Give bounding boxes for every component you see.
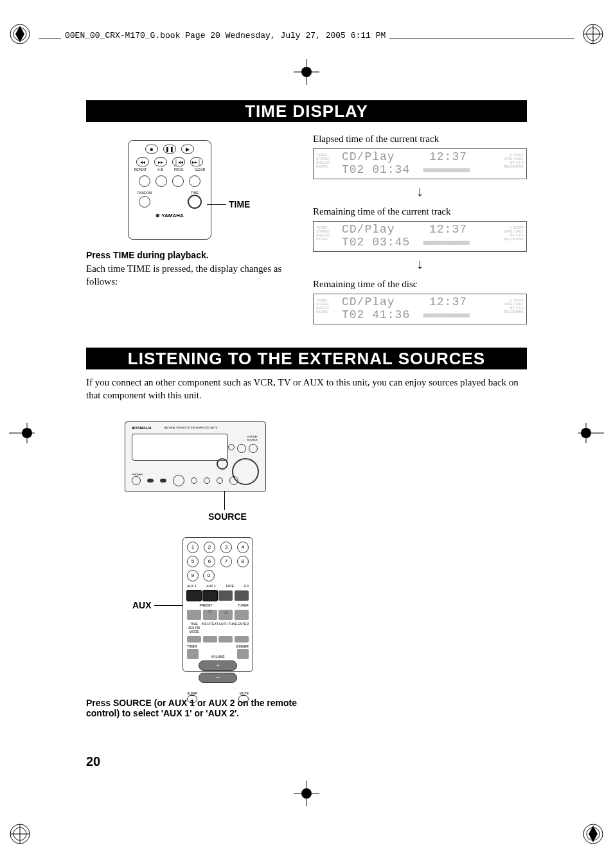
disp-label-elapsed: Elapsed time of the current track <box>313 134 527 145</box>
src-lbl-aux2: AUX 2 <box>206 584 215 588</box>
callout-line-time <box>207 204 226 205</box>
remote-label-time: TIME <box>188 191 202 195</box>
page-number: 20 <box>86 754 100 769</box>
tape-button-icon <box>218 590 233 601</box>
disp3-line2: T02 41:36 <box>342 308 410 321</box>
remote-label-ab: A-B <box>157 168 163 172</box>
instruction-body: Each time TIME is pressed, the display c… <box>86 263 300 288</box>
arrow-down-icon: ↓ <box>313 256 527 272</box>
instruction-press-time: Press TIME during playback. <box>86 250 300 260</box>
receiver-model: NATURAL SOUND CD RECEIVER CRX-M170 <box>164 426 217 429</box>
callout-line-aux <box>154 605 182 606</box>
remote-illustration-lower: 1234 5678 90 AUX 1AUX 2TAPECD PRESETTUNE… <box>182 537 253 672</box>
remote-label-clear: CLEAR <box>195 168 206 172</box>
remote-illustration-top: ■❚❚▶ ◂◂▸▸│◂◂▸▸│ REPEATA-BPROGCLEAR RANDO… <box>128 140 211 240</box>
print-reg-bl <box>9 823 31 845</box>
receiver-brand: YAMAHA <box>135 426 152 430</box>
time-button-icon <box>188 195 202 209</box>
print-cross-right <box>578 420 604 448</box>
print-reg-br <box>582 823 604 845</box>
cd-button-icon <box>235 590 249 601</box>
disp2-line2: T02 03:45 <box>342 236 410 249</box>
volume-up-icon: + <box>199 660 237 671</box>
disp2-bars: ▮▮▮▮▮▮▮▮▮▮▮▮▮▮▮▮▮▮▮▮▮▮▮▮ <box>423 240 469 245</box>
src-lbl-tuner: TUNER <box>238 603 249 607</box>
receiver-illustration: ⊛YAMAHA NATURAL SOUND CD RECEIVER CRX-M1… <box>125 421 266 492</box>
display-panel-3: TUNEDSTEREOANALOGDIGITAL ◷ SLEEPDATE | D… <box>313 294 527 324</box>
timer-label: TIMER <box>187 644 197 648</box>
disp3-bars: ▮▮▮▮▮▮▮▮▮▮▮▮▮▮▮▮▮▮▮▮▮▮▮▮ <box>423 312 469 318</box>
src-lbl-cd: CD <box>244 584 249 588</box>
source-knob-icon <box>217 458 228 470</box>
disp-label-remain-track: Remaining time of the current track <box>313 206 527 217</box>
mute-label: MUTE <box>240 691 249 695</box>
dimmer-label: DIMMER <box>236 644 249 648</box>
display-panel-2: TUNEDSTEREOANALOGDIGITAL ◷ SLEEPDATE | D… <box>313 221 527 252</box>
disp1-bars: ▮▮▮▮▮▮▮▮▮▮▮▮▮▮▮▮▮▮▮▮▮▮▮▮ <box>423 167 469 173</box>
section-title-external-sources: LISTENING TO THE EXTERNAL SOURCES <box>86 348 527 369</box>
section2-intro: If you connect an other component such a… <box>86 376 527 402</box>
disp1-line2: T02 01:34 <box>342 163 410 176</box>
src-lbl-aux1: AUX 1 <box>187 584 196 588</box>
disp1-clock: 12:37 <box>429 150 467 163</box>
remote-label-prog: PROG <box>174 168 184 172</box>
aux1-button-icon <box>187 590 201 601</box>
display-panel-1: TUNEDSTEREOANALOGDIGITAL ◷ SLEEPDATE | D… <box>313 148 527 179</box>
disp3-line1: CD/Play <box>342 296 395 308</box>
callout-source-label: SOURCE <box>208 511 247 522</box>
src-lbl-preset: PRESET <box>200 603 213 607</box>
yamaha-logo-icon: ⊛ <box>155 213 160 218</box>
disp2-clock: 12:37 <box>429 223 467 236</box>
disp1-line1: CD/Play <box>342 150 395 163</box>
receiver-screen <box>132 434 228 461</box>
volume-label: VOLUME <box>199 655 237 659</box>
src-lbl-tape: TAPE <box>226 584 234 588</box>
callout-aux-label: AUX <box>132 600 152 610</box>
disp3-clock: 12:37 <box>429 296 467 308</box>
receiver-right-labels: DISPLAYSOURCE <box>247 435 258 441</box>
disp-label-remain-disc: Remaining time of the disc <box>313 279 527 290</box>
sleep-label: SLEEP <box>187 691 197 695</box>
remote-label-repeat: REPEAT <box>134 168 147 172</box>
callout-line-source <box>224 491 225 510</box>
callout-time-label: TIME <box>229 199 250 209</box>
print-cross-left <box>9 420 35 448</box>
aux2-button-icon <box>203 590 217 601</box>
section-title-time-display: TIME DISPLAY <box>86 100 527 122</box>
print-reg-tr <box>582 23 604 45</box>
remote-label-random: RANDOM <box>138 191 152 195</box>
print-cross-top <box>294 59 319 87</box>
disp2-line1: CD/Play <box>342 223 395 236</box>
arrow-down-icon: ↓ <box>313 183 527 200</box>
volume-down-icon: − <box>199 673 237 683</box>
print-reg-tl <box>9 23 31 45</box>
header-file-stamp: 00EN_00_CRX-M170_G.book Page 20 Wednesda… <box>61 31 389 40</box>
remote-brand: YAMAHA <box>161 213 183 218</box>
print-cross-bottom <box>294 781 319 809</box>
